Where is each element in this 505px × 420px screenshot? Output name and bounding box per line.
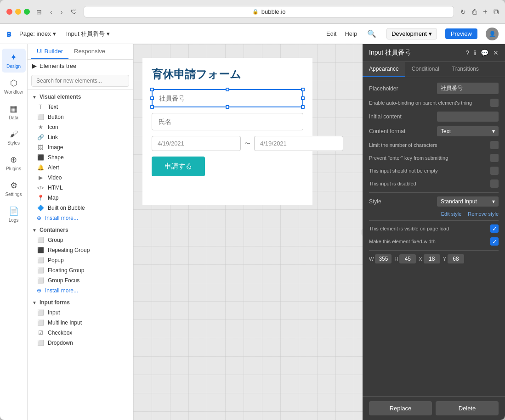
date-end[interactable]	[254, 136, 343, 151]
element-image[interactable]: 🖼 Image	[28, 142, 133, 152]
date-start[interactable]	[152, 136, 241, 151]
nav-item-workflow[interactable]: ⬡ Workflow	[2, 74, 26, 98]
refresh-button[interactable]: ↻	[459, 7, 468, 17]
input-name-wrapper[interactable]	[152, 113, 303, 130]
video-icon: ▶	[37, 174, 44, 181]
new-tab-button[interactable]: ＋	[482, 7, 489, 17]
element-text[interactable]: T Text	[28, 102, 133, 112]
tab-icon[interactable]: ⊞	[34, 7, 44, 17]
browser-toolbar: ⊞ ‹ › 🛡 🔒 bubble.io ↻ ⎙ ＋ ⧉	[0, 0, 505, 24]
split-button[interactable]: ⧉	[494, 8, 499, 16]
auto-binding-toggle[interactable]	[490, 99, 499, 107]
h-value[interactable]: 45	[399, 254, 416, 263]
input-shain[interactable]	[152, 89, 303, 107]
share-button[interactable]: ⎙	[472, 8, 477, 16]
initial-content-value[interactable]	[437, 112, 499, 122]
prop-row-auto-binding: Enable auto-binding on parent element's …	[369, 99, 499, 107]
nav-item-plugins[interactable]: ⊕ Plugins	[2, 151, 26, 175]
nav-item-design[interactable]: ✦ Design	[2, 49, 26, 73]
style-select[interactable]: Standard Input ▾	[437, 196, 499, 207]
canvas-area[interactable]: 育休申請フォーム	[133, 44, 363, 420]
back-button[interactable]: ‹	[48, 7, 54, 17]
disabled-label: This input is disabled	[369, 181, 433, 186]
element-input[interactable]: ⬜ Input	[28, 308, 133, 318]
nav-item-settings[interactable]: ⚙ Settings	[2, 177, 26, 201]
element-icon[interactable]: ★ Icon	[28, 122, 133, 132]
element-popup[interactable]: ⬜ Popup	[28, 255, 133, 265]
element-link[interactable]: 🔗 Link	[28, 132, 133, 142]
close-button[interactable]	[6, 9, 12, 15]
element-builtonbubble[interactable]: 🔷 Built on Bubble	[28, 203, 133, 213]
replace-button[interactable]: Replace	[369, 401, 432, 415]
page-label: Page: index	[19, 30, 51, 37]
address-bar[interactable]: 🔒 bubble.io	[84, 6, 454, 17]
settings-icon: ⚙	[10, 180, 17, 190]
element-html[interactable]: </> HTML	[28, 183, 133, 193]
element-video[interactable]: ▶ Video	[28, 173, 133, 183]
placeholder-value[interactable]: 社員番号	[437, 83, 499, 94]
search-button[interactable]: 🔍	[365, 28, 378, 39]
input-name[interactable]	[152, 113, 303, 130]
tab-conditional[interactable]: Conditional	[405, 62, 446, 77]
tab-responsive[interactable]: Responsive	[68, 44, 111, 59]
info-icon[interactable]: ℹ	[474, 49, 476, 56]
nav-item-styles[interactable]: 🖌 Styles	[2, 126, 26, 149]
tab-ui-builder[interactable]: UI Builder	[31, 44, 68, 59]
element-group[interactable]: ⬜ Group	[28, 235, 133, 245]
prevent-enter-toggle[interactable]	[490, 154, 499, 162]
multiline-input-icon: ⬜	[37, 319, 44, 326]
preview-button[interactable]: Preview	[445, 28, 477, 39]
help-icon[interactable]: ?	[465, 49, 469, 56]
fixed-width-toggle[interactable]: ✓	[490, 237, 499, 246]
page-selector[interactable]: Page: index ▾	[19, 30, 56, 37]
prop-dim-w: W 355	[369, 254, 392, 263]
development-button[interactable]: Development ▾	[386, 28, 437, 39]
input-selector[interactable]: Input 社員番号 ▾	[62, 24, 114, 44]
comment-icon[interactable]: 💬	[481, 49, 488, 56]
maximize-button[interactable]	[24, 9, 30, 15]
close-panel-icon[interactable]: ✕	[493, 49, 499, 56]
install-more-visual[interactable]: ⊕ Install more...	[28, 213, 133, 223]
element-shape[interactable]: ⬛ Shape	[28, 152, 133, 162]
element-map[interactable]: 📍 Map	[28, 193, 133, 203]
element-multiline-input[interactable]: ⬜ Multiline Input	[28, 318, 133, 328]
limit-chars-toggle[interactable]	[490, 141, 499, 149]
x-value[interactable]: 18	[424, 254, 440, 263]
edit-style-link[interactable]: Edit style	[441, 211, 462, 217]
element-dropdown[interactable]: ⬜ Dropdown	[28, 338, 133, 348]
not-empty-toggle[interactable]	[490, 167, 499, 175]
visible-toggle[interactable]: ✓	[490, 224, 499, 233]
input-shain-wrapper[interactable]	[152, 89, 303, 107]
user-avatar[interactable]: 👤	[486, 28, 499, 40]
element-repeating-group[interactable]: ⬛ Repeating Group	[28, 245, 133, 255]
tab-appearance[interactable]: Appearance	[363, 62, 405, 77]
input-forms-header[interactable]: ▼ Input forms	[28, 297, 133, 308]
nav-item-logs[interactable]: 📄 Logs	[2, 202, 26, 226]
element-checkbox[interactable]: ☑ Checkbox	[28, 328, 133, 338]
element-image-label: Image	[48, 144, 63, 151]
edit-menu[interactable]: Edit	[326, 30, 336, 37]
containers-header[interactable]: ▼ Containers	[28, 225, 133, 235]
tab-transitions[interactable]: Transitions	[446, 62, 485, 77]
remove-style-link[interactable]: Remove style	[468, 211, 499, 217]
w-value[interactable]: 355	[375, 254, 392, 263]
install-more-containers[interactable]: ⊕ Install more...	[28, 286, 133, 296]
delete-button[interactable]: Delete	[436, 401, 499, 415]
y-value[interactable]: 68	[448, 254, 464, 263]
element-alert[interactable]: 🔔 Alert	[28, 162, 133, 173]
nav-item-data[interactable]: ▦ Data	[2, 100, 26, 124]
forward-button[interactable]: ›	[59, 7, 65, 17]
element-floating-group[interactable]: ⬜ Floating Group	[28, 265, 133, 275]
element-button[interactable]: ⬜ Button	[28, 112, 133, 122]
collapse-panel-arrow[interactable]: ◀	[361, 228, 363, 236]
visual-elements-header[interactable]: ▼ Visual elements	[28, 92, 133, 102]
element-group-focus[interactable]: ⬜ Group Focus	[28, 275, 133, 286]
help-menu[interactable]: Help	[345, 30, 357, 37]
content-format-select[interactable]: Text ▾	[437, 126, 499, 136]
search-input[interactable]	[31, 75, 129, 87]
disabled-toggle[interactable]	[490, 179, 499, 188]
prop-header: Input 社員番号 ? ℹ 💬 ✕	[363, 44, 505, 62]
submit-button[interactable]: 申請する	[152, 157, 205, 176]
minimize-button[interactable]	[15, 9, 21, 15]
elements-tree-header[interactable]: ▶ Elements tree	[28, 60, 133, 72]
